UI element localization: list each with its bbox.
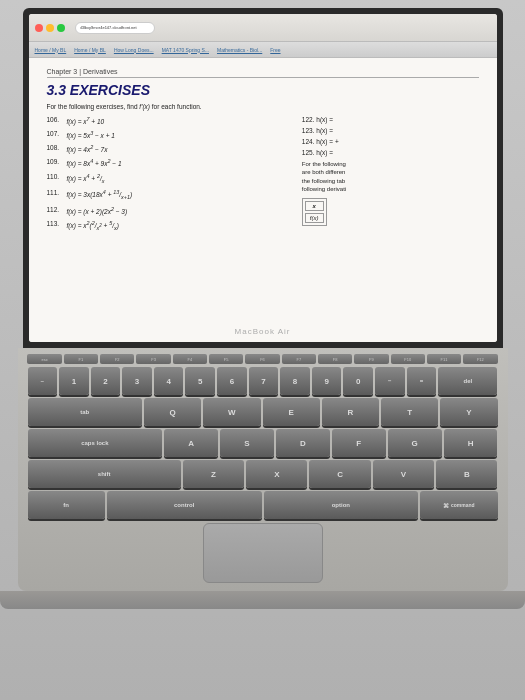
key-g[interactable]: G bbox=[388, 429, 442, 457]
key-0[interactable]: 0 bbox=[343, 367, 373, 395]
table-header-x: x bbox=[305, 201, 324, 211]
ex-math-107: f(x) = 5x3 − x + 1 bbox=[67, 130, 115, 139]
key-2[interactable]: 2 bbox=[91, 367, 121, 395]
section-title: 3.3 EXERCISES bbox=[47, 82, 479, 98]
minimize-button[interactable] bbox=[46, 24, 54, 32]
nav-math-biol[interactable]: Mathematics - Biol... bbox=[217, 47, 262, 53]
key-d[interactable]: D bbox=[276, 429, 330, 457]
chapter-label: Chapter 3 | Derivatives bbox=[47, 68, 479, 78]
exercise-107: 107. f(x) = 5x3 − x + 1 bbox=[47, 130, 294, 139]
key-tab[interactable]: tab bbox=[28, 398, 143, 426]
ex-math-110: f(x) = x4 + 2/x bbox=[67, 173, 105, 184]
exercise-113: 113. f(x) = x2(2/x2 + 5/x) bbox=[47, 220, 294, 231]
key-z[interactable]: Z bbox=[183, 460, 244, 488]
key-3[interactable]: 3 bbox=[122, 367, 152, 395]
key-option[interactable]: option bbox=[264, 491, 419, 519]
ex-num-108: 108. bbox=[47, 144, 67, 151]
key-e[interactable]: E bbox=[263, 398, 320, 426]
key-f3[interactable]: F3 bbox=[136, 354, 170, 364]
nav-mat[interactable]: MAT 1470 Spring S... bbox=[162, 47, 209, 53]
key-1[interactable]: 1 bbox=[59, 367, 89, 395]
nav-how-long[interactable]: How Long Does... bbox=[114, 47, 154, 53]
right-math-125: h(x) = bbox=[316, 149, 333, 156]
key-f2[interactable]: F2 bbox=[100, 354, 134, 364]
key-6[interactable]: 6 bbox=[217, 367, 247, 395]
right-num-125: 125. bbox=[302, 149, 315, 156]
nav-bar: Home / My BL Home / My BL How Long Does.… bbox=[29, 42, 497, 58]
key-v[interactable]: V bbox=[373, 460, 434, 488]
key-t[interactable]: T bbox=[381, 398, 438, 426]
key-fn[interactable]: fn bbox=[28, 491, 105, 519]
right-math-123: h(x) = bbox=[316, 127, 333, 134]
key-f6[interactable]: F6 bbox=[245, 354, 279, 364]
key-9[interactable]: 9 bbox=[312, 367, 342, 395]
key-command[interactable]: ⌘ command bbox=[420, 491, 497, 519]
exercise-intro: For the following exercises, find f'(x) … bbox=[47, 103, 479, 110]
key-w[interactable]: W bbox=[203, 398, 260, 426]
key-esc[interactable]: esc bbox=[27, 354, 61, 364]
key-f9[interactable]: F9 bbox=[354, 354, 388, 364]
key-f[interactable]: F bbox=[332, 429, 386, 457]
key-h[interactable]: H bbox=[444, 429, 498, 457]
key-s[interactable]: S bbox=[220, 429, 274, 457]
content-columns: 106. f(x) = x7 + 10 107. f(x) = 5x3 − x … bbox=[47, 116, 479, 236]
ex-num-110: 110. bbox=[47, 173, 67, 180]
key-c[interactable]: C bbox=[309, 460, 370, 488]
table-cell-fx: f(x) bbox=[305, 213, 324, 223]
key-f10[interactable]: F10 bbox=[391, 354, 425, 364]
exercise-109: 109. f(x) = 8x4 + 9x2 − 1 bbox=[47, 158, 294, 167]
ex-math-111: f(x) = 3x(18x4 + 13/x+1) bbox=[67, 189, 133, 200]
right-math-122: h(x) = bbox=[316, 116, 333, 123]
macbook-label: MacBook Air bbox=[235, 327, 291, 336]
nav-home-1[interactable]: Home / My BL bbox=[35, 47, 67, 53]
key-equals[interactable]: = bbox=[407, 367, 437, 395]
nav-free[interactable]: Free bbox=[270, 47, 280, 53]
ex-math-113: f(x) = x2(2/x2 + 5/x) bbox=[67, 220, 119, 231]
key-b[interactable]: B bbox=[436, 460, 497, 488]
fn-row: esc F1 F2 F3 F4 F5 F6 F7 F8 F9 F10 F11 F… bbox=[28, 354, 498, 364]
key-control[interactable]: control bbox=[107, 491, 262, 519]
key-x[interactable]: X bbox=[246, 460, 307, 488]
qwerty-row: tab Q W E R T Y bbox=[28, 398, 498, 426]
right-table: x f(x) bbox=[302, 198, 327, 226]
keyboard-area: esc F1 F2 F3 F4 F5 F6 F7 F8 F9 F10 F11 F… bbox=[18, 348, 508, 591]
key-capslock[interactable]: caps lock bbox=[28, 429, 163, 457]
key-f8[interactable]: F8 bbox=[318, 354, 352, 364]
ex-math-109: f(x) = 8x4 + 9x2 − 1 bbox=[67, 158, 122, 167]
key-f12[interactable]: F12 bbox=[463, 354, 497, 364]
ex-num-106: 106. bbox=[47, 116, 67, 123]
key-q[interactable]: Q bbox=[144, 398, 201, 426]
key-f7[interactable]: F7 bbox=[282, 354, 316, 364]
key-delete[interactable]: del bbox=[438, 367, 497, 395]
key-f1[interactable]: F1 bbox=[64, 354, 98, 364]
screen-bezel: d3lbxy9mor4e147.cloudfront.net Home / My… bbox=[23, 8, 503, 348]
maximize-button[interactable] bbox=[57, 24, 65, 32]
close-button[interactable] bbox=[35, 24, 43, 32]
key-f11[interactable]: F11 bbox=[427, 354, 461, 364]
nav-home-2[interactable]: Home / My BL bbox=[74, 47, 106, 53]
window-controls bbox=[35, 24, 65, 32]
key-minus[interactable]: − bbox=[375, 367, 405, 395]
ex-math-112: f(x) = (x + 2)(2x2 − 3) bbox=[67, 206, 128, 215]
ex-math-108: f(x) = 4x2 − 7x bbox=[67, 144, 108, 153]
key-shift[interactable]: shift bbox=[28, 460, 181, 488]
key-4[interactable]: 4 bbox=[154, 367, 184, 395]
key-5[interactable]: 5 bbox=[185, 367, 215, 395]
right-item-124: 124. h(x) = + bbox=[302, 138, 479, 145]
key-r[interactable]: R bbox=[322, 398, 379, 426]
key-f5[interactable]: F5 bbox=[209, 354, 243, 364]
address-bar[interactable]: d3lbxy9mor4e147.cloudfront.net bbox=[75, 22, 155, 34]
key-a[interactable]: A bbox=[164, 429, 218, 457]
ex-num-112: 112. bbox=[47, 206, 67, 213]
trackpad[interactable] bbox=[203, 523, 323, 583]
key-tilde[interactable]: ~ bbox=[28, 367, 58, 395]
key-7[interactable]: 7 bbox=[249, 367, 279, 395]
key-f4[interactable]: F4 bbox=[173, 354, 207, 364]
screen: d3lbxy9mor4e147.cloudfront.net Home / My… bbox=[29, 14, 497, 342]
browser-chrome: d3lbxy9mor4e147.cloudfront.net bbox=[29, 14, 497, 42]
asdf-row: caps lock A S D F G H bbox=[28, 429, 498, 457]
ex-num-111: 111. bbox=[47, 189, 67, 196]
right-item-123: 123. h(x) = bbox=[302, 127, 479, 134]
key-y[interactable]: Y bbox=[440, 398, 497, 426]
key-8[interactable]: 8 bbox=[280, 367, 310, 395]
